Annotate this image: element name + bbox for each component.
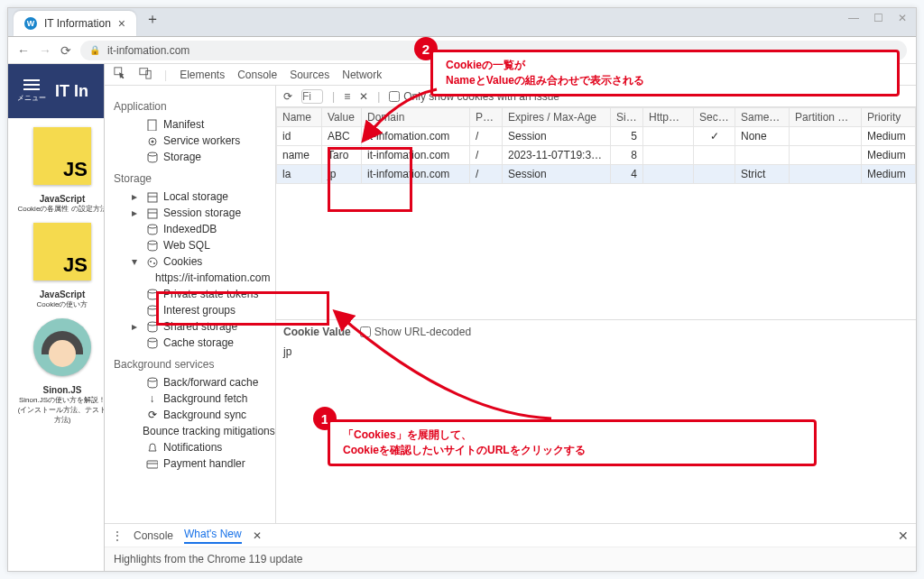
tab-close-icon[interactable]: × [118, 16, 125, 31]
lock-icon: 🔒 [89, 45, 100, 55]
svg-point-12 [148, 241, 157, 244]
tree-back-forward-cache[interactable]: Back/forward cache [112, 374, 272, 391]
sinon-avatar-icon [33, 318, 91, 376]
svg-point-11 [148, 225, 157, 228]
svg-point-15 [153, 262, 155, 264]
hamburger-menu-icon[interactable]: メニュー [17, 79, 46, 103]
back-button[interactable]: ← [17, 43, 30, 58]
tab-strip: W IT Information × ＋ [8, 8, 916, 37]
table-header-row: NameValueDomainPathExpires / Max-AgeSize… [277, 108, 916, 127]
filter-input[interactable] [301, 89, 323, 104]
tree-web-sql[interactable]: Web SQL [112, 237, 272, 253]
devtools-tab-sources[interactable]: Sources [290, 65, 329, 85]
svg-point-6 [148, 152, 157, 156]
whats-new-highlights: Highlights from the Chrome 119 update [105, 547, 916, 571]
devtools-drawer-tabs: ⋮ Console What's New ✕ ✕ [105, 523, 916, 547]
tree-payment-handler[interactable]: Payment handler [112, 455, 272, 472]
card-subtitle: Cookieの使い方 [17, 299, 104, 309]
equalizer-icon[interactable]: ≡ [344, 90, 350, 103]
svg-point-5 [152, 140, 154, 142]
article-card-3[interactable]: Sinon.JS Sinon.JSの使い方を解説！ (インストール方法、テスト方… [17, 318, 104, 425]
window-close[interactable]: ✕ [898, 12, 907, 24]
svg-point-14 [150, 261, 152, 262]
browser-window: — ☐ ✕ W IT Information × ＋ ← → ⟳ 🔒 it-in… [7, 7, 917, 572]
section-storage: Storage [114, 172, 272, 185]
refresh-icon[interactable]: ⟳ [283, 90, 292, 103]
tree-cache-storage[interactable]: Cache storage [112, 335, 272, 351]
svg-point-20 [148, 338, 157, 342]
js-logo-icon: JS [33, 127, 91, 185]
tree-notifications[interactable]: Notifications [112, 439, 272, 455]
drawer-tab-whats-new[interactable]: What's New [184, 528, 242, 544]
devtools-tab-console[interactable]: Console [237, 65, 277, 85]
reload-button[interactable]: ⟳ [60, 43, 71, 58]
tree-service-workers[interactable]: Service workers [112, 133, 272, 149]
cookie-value-text: jp [276, 344, 916, 360]
tab-title: IT Information [44, 17, 111, 30]
tree-manifest[interactable]: Manifest [112, 116, 272, 133]
site-header: メニュー IT In [8, 64, 104, 118]
tree-background-fetch[interactable]: ↓Background fetch [112, 391, 272, 407]
show-url-decoded-checkbox[interactable]: Show URL-decoded [360, 326, 471, 338]
site-title: IT In [55, 82, 88, 101]
svg-rect-9 [148, 209, 157, 218]
highlight-name-value-columns [328, 147, 412, 212]
tree-cookies[interactable]: Cookies [112, 253, 272, 270]
tree-bounce-tracking[interactable]: Bounce tracking mitigations [112, 423, 272, 439]
svg-rect-7 [148, 193, 157, 202]
section-background: Background services [114, 358, 272, 371]
menu-label: メニュー [17, 93, 46, 103]
window-maximize[interactable]: ☐ [873, 12, 883, 24]
new-tab-button[interactable]: ＋ [136, 3, 169, 36]
svg-point-21 [148, 378, 157, 381]
annotation-box-2: Cookieの一覧が NameとValueの組み合わせで表示される [430, 50, 900, 96]
content-area: メニュー IT In JS JavaScript Cookieの各属性 の設定方… [8, 64, 916, 571]
annotation-box-1: 「Cookies」を展開して、 Cookieを確認したいサイトのURLをクリック… [328, 419, 817, 466]
svg-rect-23 [147, 461, 158, 468]
tree-local-storage[interactable]: Local storage [112, 188, 272, 205]
js-logo-icon: JS [33, 223, 91, 280]
tree-storage[interactable]: Storage [112, 149, 272, 165]
cookie-value-header: Cookie Value Show URL-decoded [276, 320, 916, 344]
card-title: JavaScript [17, 194, 104, 204]
highlight-cookies-tree [156, 291, 329, 326]
card-title: Sinon.JS [17, 385, 104, 395]
tree-indexeddb[interactable]: IndexedDB [112, 221, 272, 237]
article-card-2[interactable]: JS JavaScript Cookieの使い方 [17, 223, 104, 309]
section-application: Application [114, 100, 272, 113]
drawer-tab-close-icon[interactable]: ✕ [253, 529, 262, 542]
browser-tab-active[interactable]: W IT Information × [14, 11, 136, 36]
devtools-tab-elements[interactable]: Elements [180, 65, 225, 85]
devtools-tab-network[interactable]: Network [342, 65, 382, 85]
url-text: it-infomation.com [107, 44, 189, 57]
window-minimize[interactable]: — [848, 12, 859, 24]
cookie-value-label: Cookie Value [283, 326, 351, 338]
tree-session-storage[interactable]: Session storage [112, 205, 272, 221]
card-subtitle: Cookieの各属性 の設定方法 [17, 204, 104, 214]
table-row[interactable]: idABCit-infomation.com/Session5✓NoneMedi… [277, 127, 916, 146]
card-subtitle: Sinon.JSの使い方を解説！ (インストール方法、テスト方法) [17, 395, 104, 425]
tree-background-sync[interactable]: ⟳Background sync [112, 407, 272, 423]
svg-point-13 [148, 258, 157, 267]
forward-button[interactable]: → [39, 43, 51, 58]
inspect-element-icon[interactable] [114, 67, 126, 82]
article-card-1[interactable]: JS JavaScript Cookieの各属性 の設定方法 [17, 127, 104, 214]
drawer-more-icon[interactable]: ⋮ [112, 529, 123, 542]
clear-icon[interactable]: ✕ [359, 90, 368, 103]
tree-cookies-origin[interactable]: https://it-infomation.com [112, 270, 272, 286]
favicon-wordpress-icon: W [24, 17, 37, 30]
card-title: JavaScript [17, 290, 104, 299]
drawer-tab-console[interactable]: Console [134, 529, 173, 542]
website-viewport: メニュー IT In JS JavaScript Cookieの各属性 の設定方… [8, 64, 104, 571]
svg-rect-3 [148, 120, 156, 131]
device-toolbar-icon[interactable] [139, 67, 152, 82]
drawer-close-icon[interactable]: ✕ [898, 528, 909, 543]
